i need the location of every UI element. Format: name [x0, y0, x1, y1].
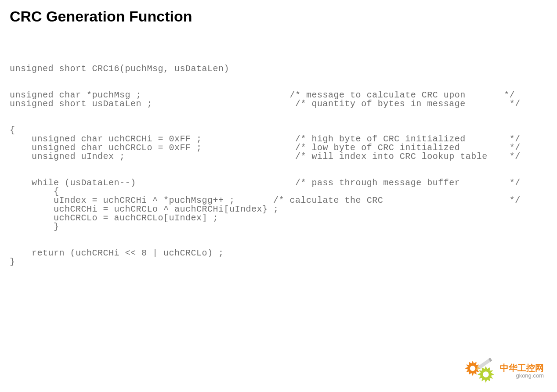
code-line: }: [10, 222, 59, 232]
watermark-logo: 中华工控网 gkong.com: [463, 358, 544, 384]
code-listing: unsigned short CRC16(puchMsg, usDataLen)…: [0, 25, 557, 266]
code-line: unsigned short usDataLen ; /* quantity o…: [10, 99, 521, 109]
page-title: CRC Generation Function: [0, 0, 557, 25]
code-line: }: [10, 257, 15, 267]
code-line: unsigned uIndex ; /* will index into CRC…: [10, 151, 521, 162]
logo-url-text: gkong.com: [500, 373, 544, 379]
gear-pair-icon: [463, 358, 497, 384]
logo-text: 中华工控网 gkong.com: [500, 363, 544, 379]
logo-cn-text: 中华工控网: [500, 363, 544, 373]
code-line: while (usDataLen--) /* pass through mess…: [10, 178, 521, 188]
svg-point-1: [483, 371, 488, 377]
code-line: return (uchCRCHi << 8 | uchCRCLo) ;: [10, 248, 224, 258]
code-line: unsigned short CRC16(puchMsg, usDataLen): [10, 64, 229, 74]
svg-point-0: [470, 366, 475, 371]
